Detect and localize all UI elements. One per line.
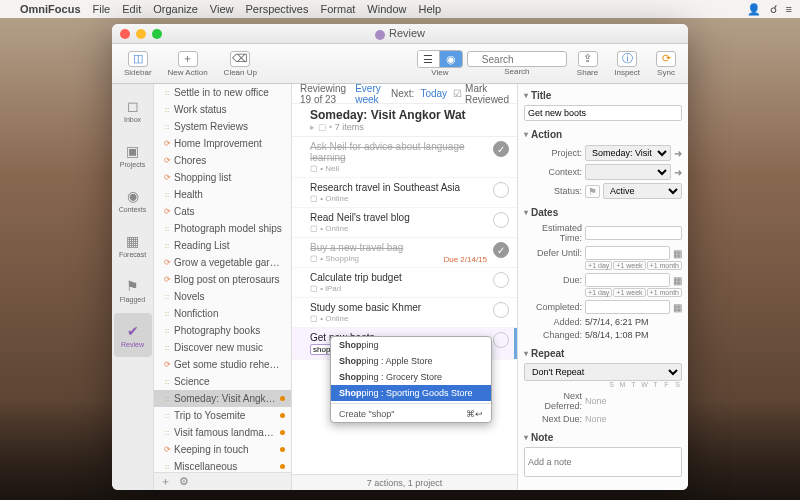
- vtab-inbox[interactable]: ◻Inbox: [114, 88, 152, 132]
- cleanup-button[interactable]: ⌫Clean Up: [218, 49, 263, 79]
- inspector-context-select[interactable]: [585, 164, 671, 180]
- task-row[interactable]: Buy a new travel bag▢ • ShoppingDue 2/14…: [292, 238, 517, 268]
- repeat-select[interactable]: Don't Repeat: [524, 363, 682, 381]
- inspector-action-header[interactable]: Action: [524, 127, 682, 142]
- defer-field[interactable]: [585, 246, 670, 260]
- mark-reviewed-button[interactable]: ☑Mark Reviewed: [453, 83, 509, 105]
- project-row[interactable]: ⟳Home Improvement: [154, 135, 291, 152]
- project-row[interactable]: ⟳Shopping list: [154, 169, 291, 186]
- autocomplete-option[interactable]: Shopping : Apple Store: [331, 353, 491, 369]
- task-checkbox[interactable]: [493, 182, 509, 198]
- project-row[interactable]: ::Discover new music: [154, 339, 291, 356]
- menu-perspectives[interactable]: Perspectives: [246, 3, 309, 15]
- project-row[interactable]: ::Novels: [154, 288, 291, 305]
- user-icon[interactable]: 👤: [747, 3, 761, 16]
- autocomplete-option[interactable]: Shopping : Sporting Goods Store: [331, 385, 491, 401]
- project-row[interactable]: ⟳Keeping in touch: [154, 441, 291, 458]
- project-row[interactable]: ::Photography books: [154, 322, 291, 339]
- vtab-contexts[interactable]: ◉Contexts: [114, 178, 152, 222]
- project-row[interactable]: ::Science: [154, 373, 291, 390]
- due-field[interactable]: [585, 273, 670, 287]
- project-row[interactable]: ::System Reviews: [154, 118, 291, 135]
- menu-format[interactable]: Format: [321, 3, 356, 15]
- task-checkbox[interactable]: ✓: [493, 242, 509, 258]
- menu-window[interactable]: Window: [367, 3, 406, 15]
- project-row[interactable]: ::Visit famous landmarks: [154, 424, 291, 441]
- project-row[interactable]: ::Work status: [154, 101, 291, 118]
- menu-edit[interactable]: Edit: [122, 3, 141, 15]
- inspector-title-header[interactable]: Title: [524, 88, 682, 103]
- menu-icon[interactable]: ≡: [786, 3, 792, 15]
- sync-button[interactable]: ⟳Sync: [650, 49, 682, 79]
- calendar-icon[interactable]: ▦: [673, 248, 682, 259]
- goto-context-icon[interactable]: ➜: [674, 167, 682, 178]
- task-row[interactable]: Research travel in Southeast Asia▢ • Onl…: [292, 178, 517, 208]
- project-row[interactable]: ⟳Cats: [154, 203, 291, 220]
- task-checkbox[interactable]: [493, 332, 509, 348]
- project-row[interactable]: ::Someday: Visit Angkor Wat: [154, 390, 291, 407]
- autocomplete-option[interactable]: Shopping: [331, 337, 491, 353]
- vtab-projects[interactable]: ▣Projects: [114, 133, 152, 177]
- search-input[interactable]: [467, 51, 567, 67]
- project-row[interactable]: ::Settle in to new office: [154, 84, 291, 101]
- add-project-icon[interactable]: ＋: [160, 474, 171, 489]
- view-mode-2[interactable]: ◉: [440, 51, 462, 67]
- review-next[interactable]: Today: [420, 88, 447, 99]
- inspector-note-header[interactable]: Note: [524, 430, 682, 445]
- app-name[interactable]: OmniFocus: [20, 3, 81, 15]
- defer-plus-month[interactable]: +1 month: [647, 261, 682, 270]
- due-plus-week[interactable]: +1 week: [613, 288, 645, 297]
- review-freq[interactable]: Every week: [355, 83, 385, 105]
- defer-plus-week[interactable]: +1 week: [613, 261, 645, 270]
- search-icon[interactable]: ☌: [770, 3, 777, 16]
- new-action-button[interactable]: ＋New Action: [162, 49, 214, 79]
- completed-field[interactable]: [585, 300, 670, 314]
- defer-plus-day[interactable]: +1 day: [585, 261, 612, 270]
- goto-project-icon[interactable]: ➜: [674, 148, 682, 159]
- inspector-project-select[interactable]: Someday: Visit A...: [585, 145, 671, 161]
- task-row[interactable]: Study some basic Khmer▢ • Online: [292, 298, 517, 328]
- inspector-repeat-header[interactable]: Repeat: [524, 346, 682, 361]
- project-row[interactable]: ::Reading List: [154, 237, 291, 254]
- autocomplete-option[interactable]: Shopping : Grocery Store: [331, 369, 491, 385]
- project-row[interactable]: ::Health: [154, 186, 291, 203]
- task-checkbox[interactable]: [493, 302, 509, 318]
- view-segment[interactable]: ☰◉ View: [417, 50, 463, 77]
- project-row[interactable]: ⟳Chores: [154, 152, 291, 169]
- project-row[interactable]: ::Nonfiction: [154, 305, 291, 322]
- vtab-forecast[interactable]: ▦Forecast: [114, 223, 152, 267]
- inspect-button[interactable]: ⓘInspect: [608, 49, 646, 79]
- menu-file[interactable]: File: [93, 3, 111, 15]
- vtab-review[interactable]: ✔Review: [114, 313, 152, 357]
- task-checkbox[interactable]: ✓: [493, 141, 509, 157]
- menu-organize[interactable]: Organize: [153, 3, 198, 15]
- task-row[interactable]: Ask Neil for advice about language learn…: [292, 137, 517, 178]
- task-checkbox[interactable]: [493, 212, 509, 228]
- menu-view[interactable]: View: [210, 3, 234, 15]
- inspector-status-select[interactable]: Active: [603, 183, 682, 199]
- sidebar-button[interactable]: ◫Sidebar: [118, 49, 158, 79]
- due-plus-month[interactable]: +1 month: [647, 288, 682, 297]
- inspector-title-field[interactable]: [524, 105, 682, 121]
- project-row[interactable]: ⟳Blog post on pterosaurs: [154, 271, 291, 288]
- settings-icon[interactable]: ⚙: [179, 475, 189, 488]
- project-row[interactable]: ::Trip to Yosemite: [154, 407, 291, 424]
- estimated-time-field[interactable]: [585, 226, 682, 240]
- task-row[interactable]: Calculate trip budget▢ • iPad: [292, 268, 517, 298]
- calendar-icon[interactable]: ▦: [673, 302, 682, 313]
- autocomplete-create[interactable]: Create "shop"⌘↩: [331, 406, 491, 422]
- share-button[interactable]: ⇪Share: [571, 49, 604, 79]
- due-plus-day[interactable]: +1 day: [585, 288, 612, 297]
- task-row[interactable]: Read Neil's travel blog▢ • Online: [292, 208, 517, 238]
- project-row[interactable]: ::Photograph model ships: [154, 220, 291, 237]
- view-mode-1[interactable]: ☰: [418, 51, 440, 67]
- search-field[interactable]: Search: [467, 51, 567, 76]
- menu-help[interactable]: Help: [418, 3, 441, 15]
- vtab-flagged[interactable]: ⚑Flagged: [114, 268, 152, 312]
- project-row[interactable]: ⟳Get some studio rehearsal time: [154, 356, 291, 373]
- task-checkbox[interactable]: [493, 272, 509, 288]
- note-field[interactable]: [524, 447, 682, 477]
- project-row[interactable]: ⟳Grow a vegetable garden: [154, 254, 291, 271]
- flag-icon[interactable]: ⚑: [585, 185, 600, 198]
- inspector-dates-header[interactable]: Dates: [524, 205, 682, 220]
